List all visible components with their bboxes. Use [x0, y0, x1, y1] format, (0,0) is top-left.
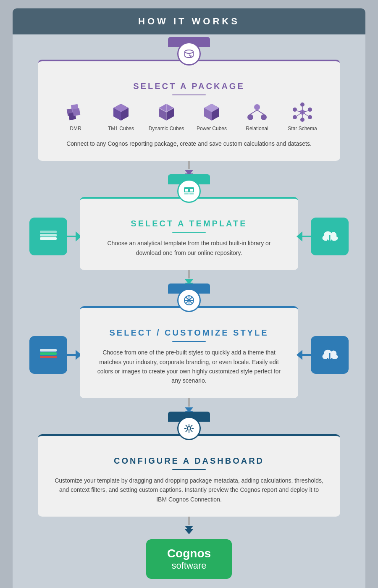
step2-title: SELECT A TEMPLATE	[97, 219, 281, 228]
svg-line-22	[257, 110, 264, 114]
step4-wrapper: CONFIGURE A DASHBOARD Customize your tem…	[13, 417, 365, 517]
svg-point-54	[187, 427, 191, 430]
pkg-power: Power Cubes	[193, 101, 231, 131]
step1-desc: Connect to any Cognos reporting package,…	[55, 139, 323, 148]
pkg-dmr: DMR	[57, 101, 94, 131]
step1-icon	[177, 42, 201, 66]
step3-wrapper: SELECT / CUSTOMIZE STYLE Choose from one…	[13, 289, 365, 398]
svg-line-62	[186, 430, 187, 432]
svg-rect-6	[73, 108, 81, 116]
pkg-tm1-label: TM1 Cubes	[108, 126, 134, 131]
step3-side-right	[311, 336, 349, 374]
svg-line-61	[191, 425, 192, 427]
step2-card: SELECT A TEMPLATE Choose an analytical t…	[80, 197, 298, 270]
pkg-star-label: Star Schema	[288, 126, 317, 131]
step2-side-right	[311, 218, 349, 255]
svg-rect-38	[184, 193, 189, 194]
step3-card: SELECT / CUSTOMIZE STYLE Choose from one…	[80, 306, 298, 398]
pkg-power-label: Power Cubes	[197, 126, 227, 131]
pkg-relational: Relational	[238, 101, 276, 131]
connector-4-cognos	[185, 517, 193, 535]
svg-line-59	[186, 425, 187, 427]
step2-side-left	[29, 218, 67, 255]
step3-icon	[177, 289, 201, 312]
svg-rect-43	[40, 231, 57, 233]
svg-point-28	[293, 115, 297, 119]
step3-title: SELECT / CUSTOMIZE STYLE	[97, 328, 281, 338]
svg-rect-37	[189, 189, 194, 192]
svg-rect-41	[40, 237, 57, 240]
svg-rect-42	[40, 234, 57, 236]
step4-icon	[177, 417, 201, 440]
pkg-dynamic-label: Dynamic Cubes	[149, 126, 184, 131]
main-container: HOW IT WORKS SELECT A PACKAGE	[13, 8, 365, 588]
svg-point-19	[247, 114, 253, 120]
svg-point-29	[293, 108, 297, 112]
step3-side-left	[29, 336, 67, 374]
svg-point-24	[300, 102, 304, 107]
how-it-works-header: HOW IT WORKS	[13, 8, 365, 34]
pkg-relational-label: Relational	[246, 126, 268, 131]
svg-point-18	[254, 104, 260, 110]
svg-rect-36	[184, 189, 189, 192]
step4-desc: Customize your template by dragging and …	[55, 476, 323, 504]
step2-icon	[177, 179, 201, 203]
step1-wrapper: SELECT A PACKAGE DMR	[13, 34, 365, 161]
svg-point-20	[261, 114, 267, 120]
svg-point-27	[300, 118, 304, 122]
package-icons-row: DMR TM1 Cubes	[55, 101, 323, 131]
svg-point-25	[308, 108, 312, 112]
step3-desc: Choose from one of the pre-built styles …	[97, 348, 281, 386]
svg-point-0	[185, 50, 193, 53]
svg-line-21	[250, 110, 257, 114]
svg-rect-51	[40, 352, 57, 355]
step4-card: CONFIGURE A DASHBOARD Customize your tem…	[38, 434, 340, 517]
step2-wrapper: SELECT A TEMPLATE Choose an analytical t…	[13, 179, 365, 270]
svg-point-26	[308, 115, 312, 119]
step1-title: SELECT A PACKAGE	[55, 81, 323, 91]
svg-line-60	[191, 430, 192, 432]
step2-desc: Choose an analytical template from the r…	[97, 239, 281, 257]
svg-rect-52	[40, 349, 57, 352]
svg-rect-39	[189, 193, 194, 194]
svg-rect-50	[40, 356, 57, 358]
pkg-dynamic: Dynamic Cubes	[147, 101, 185, 131]
cognos-title: Cognos	[167, 547, 211, 560]
pkg-star: Star Schema	[284, 101, 321, 131]
main-title: HOW IT WORKS	[13, 16, 365, 27]
step1-card: SELECT A PACKAGE DMR	[38, 60, 340, 161]
cognos-subtitle: software	[167, 560, 211, 571]
svg-point-2	[190, 56, 192, 58]
cognos-button[interactable]: Cognos software	[146, 539, 232, 579]
pkg-tm1: TM1 Cubes	[102, 101, 140, 131]
pkg-dmr-label: DMR	[70, 126, 81, 131]
step4-title: CONFIGURE A DASHBOARD	[55, 456, 323, 466]
